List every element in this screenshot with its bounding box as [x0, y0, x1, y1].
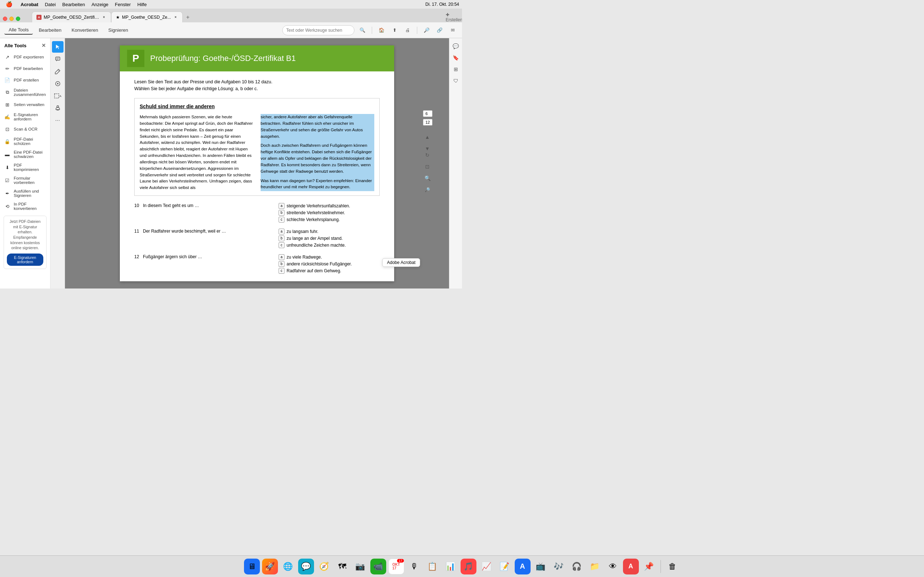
sidebar-item-pdf-export[interactable]: ↗ PDF exportieren	[0, 51, 50, 63]
sidebar-header: Alle Tools ✕	[0, 41, 50, 51]
fit-page-button[interactable]: ⊡	[422, 161, 432, 172]
sidebar-item-komprimieren[interactable]: ⬇ PDF komprimieren	[0, 161, 50, 174]
sidebar-item-e-sig[interactable]: ✍ E-Signaturen anfordern	[0, 110, 50, 123]
sidebar-item-pdf-bearbeiten[interactable]: ✏ PDF bearbeiten	[0, 63, 50, 74]
tab-konvertieren[interactable]: Konvertieren	[67, 26, 102, 34]
sidebar-label-pdf-export: PDF exportieren	[14, 55, 44, 59]
answer-10b-letter: b	[279, 210, 284, 216]
tab-alle-tools[interactable]: Alle Tools	[4, 26, 33, 35]
mail-icon[interactable]: ✉	[447, 25, 458, 35]
print-icon[interactable]: 🖨	[402, 25, 412, 35]
tab-2[interactable]: ★ MP_Goethe_OESD_Ze... ×	[111, 11, 183, 23]
answer-10a[interactable]: a steigende Verkehrsunfallszahlen.	[279, 203, 380, 209]
sidebar-label-dateien: Dateien zusammenführen	[14, 88, 47, 97]
question-11-num: 11	[134, 229, 143, 234]
menu-hilfe[interactable]: Hilfe	[134, 2, 149, 8]
answer-10c[interactable]: c schlechte Verkehrsplanung.	[279, 217, 380, 222]
ausfullen-icon: ✒	[3, 190, 11, 197]
sidebar-item-scan-ocr[interactable]: ⊡ Scan & OCR	[0, 123, 50, 135]
answer-11a[interactable]: a zu langsam fuhr.	[279, 229, 380, 234]
answer-11c[interactable]: c unfreundliche Zeichen machte.	[279, 242, 380, 248]
right-grid-icon[interactable]: ⊞	[451, 64, 461, 74]
tab-1[interactable]: A MP_Goethe_OESD_Zertifikat_... ×	[32, 11, 111, 23]
vertical-toolbar: A ···	[50, 38, 65, 288]
search-icon[interactable]: 🔍	[357, 25, 367, 35]
search-input[interactable]	[282, 25, 354, 35]
home-icon[interactable]: 🏠	[376, 25, 386, 35]
page-indicator-6[interactable]: 6	[423, 110, 432, 117]
vtool-select-area[interactable]: A	[52, 90, 63, 102]
menu-anzeige[interactable]: Anzeige	[89, 2, 111, 8]
tab-bearbeiten[interactable]: Bearbeiten	[34, 26, 66, 34]
vtool-more[interactable]: ···	[52, 115, 63, 126]
answer-12b-text: andere rücksichtslose Fußgänger.	[287, 261, 352, 266]
sidebar-item-konvertieren[interactable]: ⟲ In PDF konvertieren	[0, 200, 50, 213]
zoom-out-button[interactable]: 🔎	[422, 185, 432, 195]
apple-menu[interactable]: 🍎	[3, 1, 16, 8]
tabs-bar: A MP_Goethe_OESD_Zertifikat_... × ★ MP_G…	[0, 9, 462, 23]
e-sig-icon: ✍	[3, 113, 11, 121]
komprimieren-icon: ⬇	[3, 164, 11, 171]
article-box: Schuld sind immer die anderen Mehrmals t…	[134, 98, 380, 196]
page-indicators: 6 12	[423, 110, 432, 126]
right-comment-icon[interactable]: 💬	[451, 41, 461, 51]
sidebar-item-ausfullen[interactable]: ✒ Ausfüllen und Signieren	[0, 187, 50, 200]
page-indicator-12[interactable]: 12	[423, 119, 432, 126]
vtool-pen[interactable]	[52, 66, 63, 77]
new-tab-button[interactable]: +	[183, 12, 193, 23]
right-shield-icon[interactable]: 🛡	[451, 76, 461, 86]
minimize-button[interactable]	[10, 16, 14, 21]
question-row-12: 12 Fußgänger ärgern sich über … a zu vie…	[134, 254, 380, 275]
zoom-in-button[interactable]: 🔍	[422, 173, 432, 183]
question-10-text: In diesem Text geht es um …	[143, 203, 279, 208]
menu-fenster[interactable]: Fenster	[112, 2, 134, 8]
pdf-area[interactable]: P Probeprüfung: Goethe-/ÖSD-Zertifikat B…	[65, 38, 449, 288]
create-tab[interactable]: ✚ Erstellen	[449, 12, 459, 23]
question-11-answers: a zu langsam fuhr. b zu lange an der Amp…	[279, 229, 380, 249]
app-menu[interactable]: Acrobat	[18, 2, 41, 8]
answer-12b[interactable]: b andere rücksichtslose Fußgänger.	[279, 261, 380, 267]
vtool-comment[interactable]	[52, 53, 63, 65]
schwaerzen-icon: ▬	[3, 151, 11, 158]
sidebar-item-dateien[interactable]: ⧉ Dateien zusammenführen	[0, 86, 50, 99]
zoom-icon[interactable]: 🔎	[422, 25, 432, 35]
menu-bearbeiten[interactable]: Bearbeiten	[59, 2, 88, 8]
link-icon[interactable]: 🔗	[435, 25, 445, 35]
article-col2-p3: Was kann man dagegen tun? Experten empfe…	[261, 178, 374, 191]
sidebar-item-schuetzen[interactable]: 🔒 PDF-Datei schützen	[0, 135, 50, 148]
answer-12a[interactable]: a zu viele Radwege.	[279, 254, 380, 260]
close-button[interactable]	[3, 16, 7, 21]
answer-11b[interactable]: b zu lange an der Ampel stand.	[279, 235, 380, 241]
question-10-answers: a steigende Verkehrsunfallszahlen. b str…	[279, 203, 380, 224]
sidebar-item-schwaerzen[interactable]: ▬ Eine PDF-Datei schwärzen	[0, 148, 50, 161]
answer-12b-letter: b	[279, 261, 284, 267]
vtool-eraser[interactable]	[52, 78, 63, 89]
right-bookmark-icon[interactable]: 🔖	[451, 53, 461, 63]
vtool-stamp[interactable]	[52, 102, 63, 114]
pdf-header-title: Probeprüfung: Goethe-/ÖSD-Zertifikat B1	[150, 54, 296, 63]
article-content: Mehrmals täglich passieren Szenen, wie d…	[140, 114, 374, 191]
sidebar-close-button[interactable]: ✕	[42, 43, 46, 48]
tab-2-close[interactable]: ×	[173, 15, 178, 20]
refresh-button[interactable]: ↻	[422, 150, 432, 160]
answer-10b-text: streitende Verkehrsteilnehmer.	[287, 210, 345, 215]
sidebar-item-pdf-erstellen[interactable]: 📄 PDF erstellen	[0, 74, 50, 86]
vtool-select[interactable]	[52, 41, 63, 53]
maximize-button[interactable]	[16, 16, 20, 21]
nav-up-button[interactable]: ▲	[422, 132, 432, 142]
svg-point-5	[57, 83, 58, 84]
seiten-icon: ⊞	[3, 101, 11, 108]
answer-10a-letter: a	[279, 203, 284, 209]
tab-signieren[interactable]: Signieren	[104, 26, 132, 34]
menu-datei[interactable]: Datei	[42, 2, 58, 8]
tab-1-close[interactable]: ×	[102, 15, 107, 20]
question-row-10: 10 In diesem Text geht es um … a steigen…	[134, 203, 380, 224]
sidebar-item-seiten[interactable]: ⊞ Seiten verwalten	[0, 99, 50, 110]
sidebar-item-formular[interactable]: ☑ Formular vorbereiten	[0, 174, 50, 187]
answer-10b[interactable]: b streitende Verkehrsteilnehmer.	[279, 210, 380, 216]
pdf-instruction: Lesen Sie den Text aus der Presse und di…	[134, 79, 380, 92]
answer-12c[interactable]: c Radfahrer auf dem Gehweg.	[279, 268, 380, 274]
promo-button[interactable]: E-Signaturen anfordern	[7, 253, 43, 266]
upload-icon[interactable]: ⬆	[389, 25, 399, 35]
pdf-page: P Probeprüfung: Goethe-/ÖSD-Zertifikat B…	[120, 45, 394, 281]
